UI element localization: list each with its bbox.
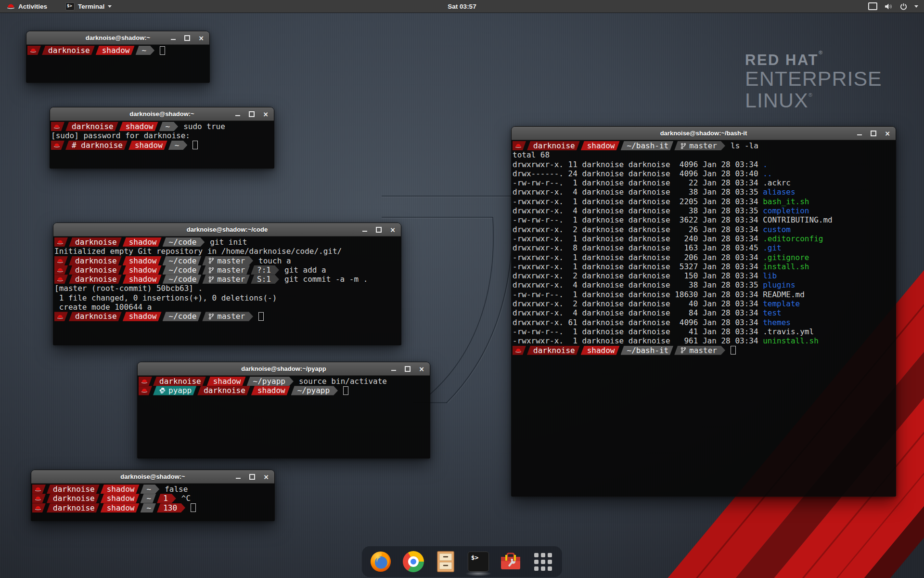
close-button[interactable]: ×: [198, 35, 204, 41]
dock-item-firefox[interactable]: [370, 551, 392, 573]
window-titlebar[interactable]: darknoise@shadow:~/bash-it×: [512, 127, 896, 140]
window-titlebar[interactable]: darknoise@shadow:~×: [31, 470, 274, 484]
prompt-segment-user: darknoise: [47, 494, 100, 503]
prompt-segment-path: ~/bash-it: [621, 141, 674, 150]
terminal-content[interactable]: darknoiseshadow~/pyappsource bin/activat…: [138, 376, 430, 458]
prompt-segment-branch: master: [202, 312, 253, 321]
terminal-content[interactable]: darknoiseshadow~/bash-itmasterls -latota…: [512, 140, 896, 496]
command-text: ^C: [181, 494, 191, 503]
desktop: RED HAT® ENTERPRISE LINUX® Activities $>…: [0, 0, 924, 578]
terminal-content[interactable]: darknoiseshadow~/codegit initInitialized…: [53, 236, 401, 345]
prompt-segment-branch: master: [202, 256, 253, 265]
file-listing-row: drwxrwxr-x. 2 darknoise darknoise 26 Jan…: [513, 225, 895, 234]
file-listing-row: drwxrwxr-x. 4 darknoise darknoise 84 Jan…: [513, 308, 895, 317]
prompt-segment-user: darknoise: [47, 503, 100, 512]
command-text: ls -la: [731, 141, 758, 150]
dock-item-files[interactable]: [435, 551, 457, 573]
terminal-window[interactable]: darknoise@shadow:~/code×darknoiseshadow~…: [53, 223, 401, 345]
maximize-button[interactable]: [249, 474, 255, 480]
window-titlebar[interactable]: darknoise@shadow:~/code×: [53, 223, 401, 236]
terminal-cursor: [258, 312, 264, 321]
terminal-window[interactable]: darknoise@shadow:~/bash-it×darknoiseshad…: [511, 126, 896, 497]
file-name: .editorconfig: [763, 234, 823, 243]
close-button[interactable]: ×: [390, 227, 396, 233]
prompt-hat-segment: [51, 141, 64, 150]
minimize-button[interactable]: [235, 111, 241, 117]
file-listing-row: drwxrwxr-x. 2 darknoise darknoise 40 Jan…: [513, 299, 895, 308]
dock-item-terminal[interactable]: $>: [467, 551, 489, 573]
red-hat-icon: [57, 267, 64, 273]
terminal-content[interactable]: darknoiseshadow~sudo true[sudo] password…: [50, 121, 274, 168]
close-button[interactable]: ×: [885, 131, 890, 136]
file-listing-row: -rwxrwxr-x. 1 darknoise darknoise 206 Ja…: [513, 253, 895, 262]
window-title: darknoise@shadow:~/bash-it: [512, 130, 896, 137]
maximize-button[interactable]: [871, 131, 876, 136]
activities-button[interactable]: Activities: [4, 0, 50, 13]
python-icon: [159, 387, 166, 394]
prompt-segment-path: ~/code: [163, 312, 202, 321]
dock-item-toolbox[interactable]: [500, 551, 522, 573]
prompt-hat-segment: [139, 377, 152, 386]
prompt-line: darknoiseshadow~/codegit init: [54, 237, 400, 247]
prompt-segment-user: darknoise: [69, 237, 122, 247]
window-controls: ×: [170, 35, 209, 41]
app-menu-terminal[interactable]: $> Terminal: [63, 0, 115, 13]
prompt-line: darknoiseshadow~/bash-itmaster: [513, 346, 895, 355]
red-hat-icon: [53, 143, 60, 148]
prompt-segment-host: shadow: [123, 312, 162, 321]
window-titlebar[interactable]: darknoise@shadow:~×: [26, 31, 209, 45]
terminal-content[interactable]: darknoiseshadow~falsedarknoiseshadow~1^C…: [31, 484, 274, 521]
prompt-hat-segment: [32, 494, 46, 503]
window-titlebar[interactable]: darknoise@shadow:~/pyapp×: [138, 362, 430, 376]
maximize-button[interactable]: [249, 111, 255, 117]
terminal-output-line: Initialized empty Git repository in /hom…: [54, 247, 400, 256]
maximize-button[interactable]: [376, 227, 382, 233]
file-name: themes: [763, 318, 791, 327]
prompt-segment-host: shadow: [119, 122, 158, 131]
prompt-segment-path: ~/pyapp: [247, 377, 294, 386]
maximize-button[interactable]: [405, 366, 411, 372]
window-titlebar[interactable]: darknoise@shadow:~×: [50, 107, 274, 121]
minimize-button[interactable]: [235, 474, 241, 480]
file-listing-row: -rwxrwxr-x. 1 darknoise darknoise 5327 J…: [513, 262, 895, 271]
close-button[interactable]: ×: [263, 111, 269, 117]
power-icon[interactable]: [900, 3, 907, 10]
maximize-button[interactable]: [184, 35, 190, 41]
terminal-window[interactable]: darknoise@shadow:~/pyapp×darknoiseshadow…: [137, 362, 430, 459]
terminal-window[interactable]: darknoise@shadow:~×darknoiseshadow~false…: [31, 470, 275, 521]
close-button[interactable]: ×: [263, 474, 269, 480]
close-button[interactable]: ×: [419, 366, 424, 372]
minimize-button[interactable]: [170, 35, 176, 41]
toolbox-icon: [500, 551, 522, 572]
red-hat-icon: [57, 314, 64, 319]
prompt-segment-user: darknoise: [47, 485, 100, 494]
chevron-down-icon[interactable]: [914, 5, 918, 8]
terminal-window[interactable]: darknoise@shadow:~×darknoiseshadow~sudo …: [50, 107, 274, 169]
dock-item-app-grid[interactable]: [532, 551, 554, 573]
prompt-segment-path: ~: [141, 494, 156, 503]
prompt-segment-user: # darknoise: [65, 141, 128, 150]
chevron-down-icon: [108, 5, 112, 8]
terminal-content[interactable]: darknoiseshadow~: [26, 45, 209, 82]
terminal-output-line: 1 file changed, 0 insertions(+), 0 delet…: [54, 293, 400, 302]
red-hat-icon: [57, 239, 64, 245]
display-icon[interactable]: [868, 2, 877, 10]
file-name: plugins: [763, 280, 795, 289]
terminal-window[interactable]: darknoise@shadow:~×darknoiseshadow~: [26, 31, 210, 83]
prompt-segment-branch: master: [202, 265, 250, 275]
terminal-cursor: [192, 141, 198, 149]
minimize-button[interactable]: [391, 366, 397, 372]
dock-item-chrome[interactable]: [402, 551, 424, 573]
terminal-output-line: total 68: [513, 150, 895, 159]
prompt-segment-host: shadow: [581, 141, 620, 150]
prompt-line: darknoiseshadow~/codemaster?:1git add a: [54, 265, 400, 275]
file-name: CONTRIBUTING.md: [763, 215, 833, 224]
volume-icon[interactable]: [885, 3, 893, 10]
minimize-button[interactable]: [362, 227, 368, 233]
file-name: template: [763, 299, 800, 308]
prompt-segment-path: ~/code: [163, 265, 202, 275]
clock[interactable]: Sat 03:57: [448, 0, 476, 13]
prompt-segment-host: shadow: [123, 256, 162, 265]
minimize-button[interactable]: [857, 131, 862, 136]
file-name: custom: [763, 225, 791, 234]
